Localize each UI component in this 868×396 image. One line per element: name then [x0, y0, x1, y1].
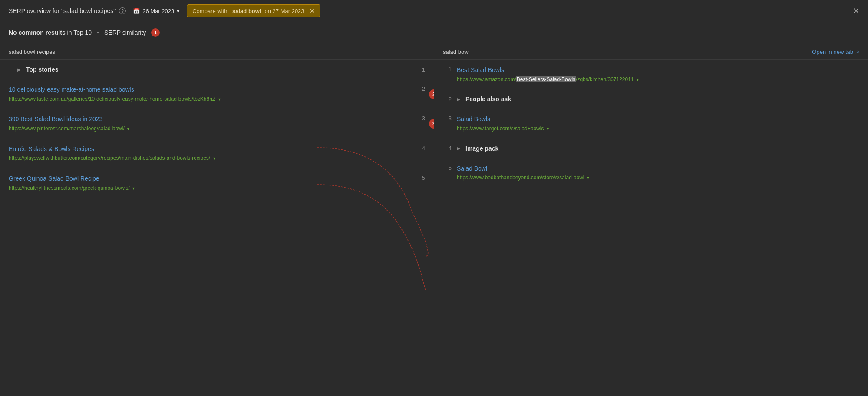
compare-badge: Compare with: salad bowl on 27 Mar 2023 … — [187, 4, 320, 17]
result-title-5[interactable]: Greek Quinoa Salad Bowl Recipe — [9, 175, 411, 183]
right-image-pack: 4 ▶ Image pack — [434, 139, 868, 158]
compare-keyword: salad bowl — [232, 8, 261, 14]
right-rank-4: 4 — [443, 145, 452, 152]
result-url-2: https://www.taste.com.au/galleries/10-de… — [9, 96, 411, 103]
people-also-ask-label: People also ask — [465, 96, 511, 102]
right-result-url-3: https://www.target.com/s/salad+bowls ▾ — [457, 125, 859, 132]
external-link-icon: ↗ — [855, 49, 859, 55]
left-result-5: Greek Quinoa Salad Bowl Recipe https://h… — [0, 168, 434, 198]
modal-close-button[interactable]: ✕ — [853, 6, 859, 16]
chevron-icon: ▶ — [457, 97, 460, 102]
open-new-tab-label: Open in new tab — [812, 49, 853, 55]
right-result-3: 3 Salad Bowls https://www.target.com/s/s… — [434, 109, 868, 139]
right-people-also-ask: 2 ▶ People also ask — [434, 89, 868, 109]
title-area: SERP overview for "salad bowl recipes" ? — [9, 7, 126, 14]
image-pack-label: Image pack — [465, 145, 498, 152]
result-title-4[interactable]: Entrée Salads & Bowls Recipes — [9, 145, 411, 154]
url-dropdown-icon[interactable]: ▾ — [213, 156, 215, 161]
top-stories-item: ▶ Top stories 1 — [0, 60, 434, 79]
open-new-tab-button[interactable]: Open in new tab ↗ — [812, 49, 859, 55]
url-dropdown-icon[interactable]: ▾ — [218, 97, 221, 102]
right-col-title: salad bowl — [443, 49, 469, 55]
left-column: salad bowl recipes ▶ Top stories 1 10 de… — [0, 43, 434, 392]
url-dropdown-icon[interactable]: ▾ — [547, 126, 549, 131]
left-result-3: 390 Best Salad Bowl ideas in 2023 https:… — [0, 109, 434, 139]
no-common-results-label: No common results — [9, 29, 66, 36]
result-url-3: https://www.pinterest.com/marshaleeg/sal… — [9, 125, 411, 132]
help-icon[interactable]: ? — [119, 7, 126, 14]
result-content: Best Salad Bowls https://www.amazon.com/… — [457, 66, 859, 83]
separator: • — [97, 29, 99, 36]
columns: salad bowl recipes ▶ Top stories 1 10 de… — [0, 43, 868, 392]
chevron-icon: ▶ — [17, 67, 21, 72]
result-content: Greek Quinoa Salad Bowl Recipe https://h… — [9, 175, 411, 191]
rank-right-1: 1 — [422, 66, 425, 73]
result-title-3[interactable]: 390 Best Salad Bowl ideas in 2023 — [9, 115, 411, 124]
left-col-header: salad bowl recipes — [0, 43, 434, 60]
right-result-title-5[interactable]: Salad Bowl — [457, 165, 859, 173]
right-result-5: 5 Salad Bowl https://www.bedbathandbeyon… — [434, 158, 868, 188]
result-url-5: https://healthyfitnessmeals.com/greek-qu… — [9, 185, 411, 192]
date-dropdown-icon: ▾ — [177, 8, 180, 14]
url-dropdown-icon[interactable]: ▾ — [127, 126, 129, 131]
rank-right-3: 3 — [416, 115, 425, 122]
left-col-title: salad bowl recipes — [9, 49, 55, 55]
right-result-title-1[interactable]: Best Salad Bowls — [457, 66, 859, 75]
rank-right-5: 5 — [416, 175, 425, 181]
in-top-10-label: in Top 10 — [66, 29, 92, 36]
right-rank-5: 5 — [443, 165, 452, 171]
right-result-title-3[interactable]: Salad Bowls — [457, 115, 859, 124]
right-column: salad bowl Open in new tab ↗ 1 Best Sala… — [434, 43, 868, 392]
right-rank-1: 1 — [443, 66, 452, 73]
right-rank-2: 2 — [443, 96, 452, 102]
rank-badge-3: 3 — [429, 119, 434, 129]
serp-title: SERP overview for "salad bowl recipes" — [9, 7, 116, 14]
summary-text: No common results in Top 10 — [9, 29, 92, 36]
serp-similarity-label: SERP similarity — [104, 29, 146, 36]
calendar-icon: 📅 — [133, 8, 140, 14]
result-title-2[interactable]: 10 deliciously easy make-at-home salad b… — [9, 86, 411, 94]
right-result-1: 1 Best Salad Bowls https://www.amazon.co… — [434, 60, 868, 89]
right-result-url-5: https://www.bedbathandbeyond.com/store/s… — [457, 174, 859, 182]
rank-right-4: 4 — [416, 145, 425, 152]
rank-badge-2: 2 — [429, 89, 434, 99]
url-dropdown-icon[interactable]: ▾ — [132, 186, 135, 191]
compare-prefix: Compare with: — [192, 8, 229, 14]
right-rank-3: 3 — [443, 115, 452, 122]
compare-close-button[interactable]: ✕ — [310, 7, 315, 14]
url-dropdown-icon[interactable]: ▾ — [587, 175, 589, 180]
columns-wrapper: salad bowl recipes ▶ Top stories 1 10 de… — [0, 43, 868, 392]
serp-similarity-badge: 1 — [151, 28, 160, 37]
result-content: Entrée Salads & Bowls Recipes https://pl… — [9, 145, 411, 162]
summary-bar: No common results in Top 10 • SERP simil… — [0, 22, 868, 43]
left-result-4: Entrée Salads & Bowls Recipes https://pl… — [0, 139, 434, 168]
top-bar: SERP overview for "salad bowl recipes" ?… — [0, 0, 868, 22]
selected-date: 26 Mar 2023 — [142, 8, 174, 14]
result-content: 390 Best Salad Bowl ideas in 2023 https:… — [9, 115, 411, 132]
result-content: Salad Bowl https://www.bedbathandbeyond.… — [457, 165, 859, 182]
compare-date: on 27 Mar 2023 — [265, 8, 304, 14]
url-dropdown-icon[interactable]: ▾ — [637, 77, 639, 82]
left-result-2: 10 deliciously easy make-at-home salad b… — [0, 79, 434, 109]
date-picker[interactable]: 📅 26 Mar 2023 ▾ — [133, 8, 180, 14]
rank-right-2: 2 — [416, 86, 425, 92]
right-col-header: salad bowl Open in new tab ↗ — [434, 43, 868, 60]
chevron-icon: ▶ — [457, 146, 460, 151]
result-content: Salad Bowls https://www.target.com/s/sal… — [457, 115, 859, 132]
top-stories-label: Top stories — [26, 66, 58, 73]
right-result-url-1: https://www.amazon.com/Best-Sellers-Sala… — [457, 76, 859, 83]
result-content: 10 deliciously easy make-at-home salad b… — [9, 86, 411, 102]
result-url-4: https://playswellwithbutter.com/category… — [9, 155, 411, 162]
